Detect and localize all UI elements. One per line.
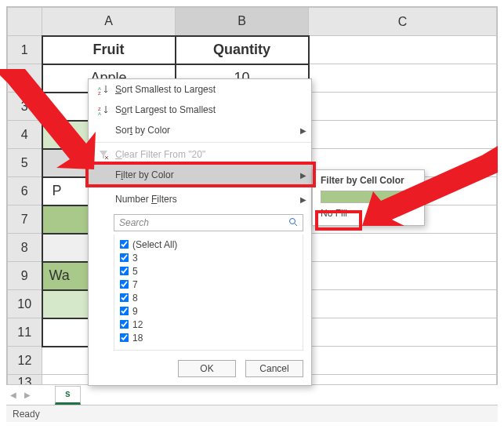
col-header-c[interactable]: C [309, 8, 497, 36]
check-select-all[interactable]: (Select All) [119, 238, 298, 251]
menu-label: Filter by Color [112, 169, 300, 180]
checkbox[interactable] [120, 240, 129, 249]
menu-separator [89, 142, 311, 143]
check-item[interactable]: 12 [119, 318, 298, 331]
menu-label: Sort Smallest to Largest [112, 84, 306, 95]
check-item[interactable]: 5 [119, 264, 298, 278]
submenu-no-fill[interactable]: No Fill [313, 205, 424, 222]
submenu-arrow-icon: ▶ [300, 195, 306, 204]
select-all-corner[interactable] [8, 8, 42, 36]
check-item[interactable]: 9 [119, 304, 298, 318]
menu-sort-asc[interactable]: AZ Sort Smallest to Largest [89, 79, 311, 100]
row-header-2[interactable]: 2 [8, 64, 42, 93]
submenu-label: No Fill [321, 208, 347, 219]
clear-filter-icon [95, 149, 112, 160]
row-header-11[interactable]: 11 [8, 318, 42, 347]
row-header-9[interactable]: 9 [8, 262, 42, 290]
sheet-tab-strip: ◀ ▶ s [6, 385, 498, 405]
cell-a1[interactable]: Fruit [42, 36, 176, 64]
check-label: 5 [132, 266, 138, 277]
menu-label: Sort Largest to Smallest [112, 104, 306, 115]
checkbox[interactable] [120, 293, 129, 303]
menu-number-filters[interactable]: Number Filters ▶ [89, 189, 311, 209]
check-label: 7 [132, 279, 138, 290]
cancel-button[interactable]: Cancel [245, 360, 303, 377]
check-item[interactable]: 18 [119, 331, 298, 344]
menu-sort-color[interactable]: Sort by Color ▶ [89, 120, 311, 140]
menu-clear-filter: Clear Filter From "20" [89, 144, 311, 165]
checkbox[interactable] [120, 333, 129, 343]
row-header-1[interactable]: 1 [8, 36, 42, 64]
cell-c4[interactable] [309, 121, 497, 149]
filter-checklist[interactable]: (Select All) 3 5 7 8 9 12 18 [114, 234, 303, 351]
check-label: 3 [132, 253, 138, 264]
svg-text:Z: Z [98, 91, 101, 95]
row-header-7[interactable]: 7 [8, 205, 42, 234]
check-label: 12 [132, 319, 143, 330]
checkbox[interactable] [120, 307, 129, 316]
cell-c2[interactable] [309, 64, 497, 93]
sort-desc-icon: ZA [95, 104, 112, 115]
cell-c12[interactable] [309, 347, 497, 375]
check-item[interactable]: 8 [119, 291, 298, 304]
cell-c3[interactable] [309, 93, 497, 121]
check-label: 8 [132, 293, 138, 304]
filter-menu: AZ Sort Smallest to Largest ZA Sort Larg… [88, 78, 312, 386]
svg-text:A: A [98, 111, 101, 115]
cell-b1[interactable]: Quantity [176, 36, 309, 64]
window-chrome: ◀ ▶ s Ready [6, 384, 498, 422]
menu-label: Number Filters [112, 194, 300, 205]
tab-nav-prev[interactable]: ◀ [6, 391, 20, 399]
filter-search-input[interactable]: Search [114, 214, 303, 231]
sheet-tab[interactable]: s [55, 386, 81, 405]
status-text: Ready [13, 409, 40, 420]
cell-c11[interactable] [309, 318, 497, 347]
search-placeholder: Search [119, 217, 149, 228]
cell-c10[interactable] [309, 290, 497, 318]
cell-c8[interactable] [309, 234, 497, 262]
ok-button[interactable]: OK [178, 360, 236, 377]
row-header-6[interactable]: 6 [8, 177, 42, 205]
col-header-b[interactable]: B [176, 8, 309, 36]
cell-c9[interactable] [309, 262, 497, 290]
checkbox[interactable] [120, 320, 129, 329]
checkbox[interactable] [120, 267, 129, 276]
menu-sort-desc[interactable]: ZA Sort Largest to Smallest [89, 100, 311, 120]
menu-label: Clear Filter From "20" [112, 149, 306, 160]
check-label: (Select All) [132, 239, 177, 250]
row-header-4[interactable]: 4 [8, 121, 42, 149]
checkbox[interactable] [120, 280, 129, 289]
row-header-8[interactable]: 8 [8, 234, 42, 262]
row-header-5[interactable]: 5 [8, 149, 42, 177]
check-label: 18 [132, 333, 143, 344]
submenu-title: Filter by Cell Color [313, 170, 424, 189]
col-header-a[interactable]: A [42, 8, 176, 36]
tab-nav-next[interactable]: ▶ [20, 391, 34, 399]
color-swatch-green[interactable] [321, 191, 416, 203]
submenu-arrow-icon: ▶ [300, 171, 306, 180]
menu-separator [89, 187, 311, 187]
row-header-10[interactable]: 10 [8, 290, 42, 318]
cell-c1[interactable] [309, 36, 497, 64]
check-item[interactable]: 3 [119, 251, 298, 264]
status-bar: Ready [6, 405, 498, 423]
svg-point-4 [290, 218, 296, 224]
row-header-12[interactable]: 12 [8, 347, 42, 375]
checkbox[interactable] [120, 253, 129, 263]
menu-label: Sort by Color [112, 125, 300, 136]
menu-filter-color[interactable]: Filter by Color ▶ [89, 165, 311, 185]
menu-buttons: OK Cancel [89, 355, 311, 385]
filter-color-submenu: Filter by Cell Color No Fill [312, 169, 425, 226]
search-icon [288, 217, 298, 229]
check-item[interactable]: 7 [119, 278, 298, 291]
check-label: 9 [132, 306, 138, 317]
sort-asc-icon: AZ [95, 84, 112, 95]
submenu-arrow-icon: ▶ [300, 126, 306, 135]
row-header-3[interactable]: 3 [8, 93, 42, 121]
